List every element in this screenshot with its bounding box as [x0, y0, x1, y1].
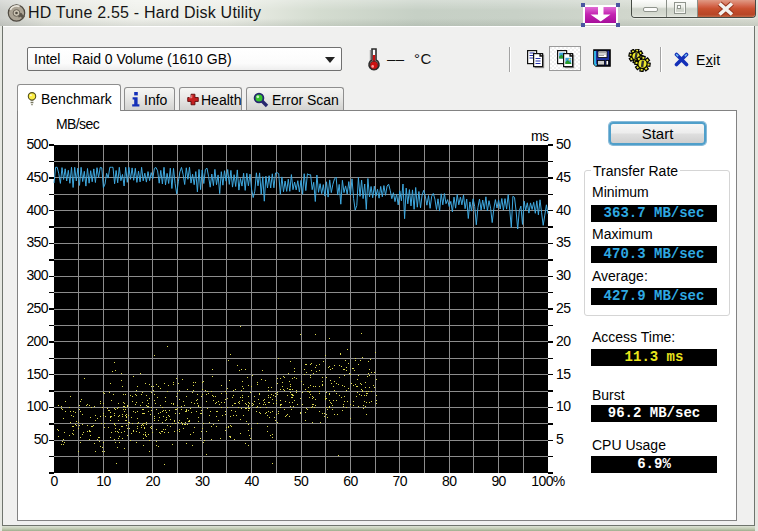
svg-text:200: 200	[26, 333, 48, 349]
svg-text:450: 450	[26, 169, 48, 185]
svg-text:90: 90	[491, 473, 506, 489]
svg-text:500: 500	[26, 136, 48, 152]
svg-text:20: 20	[556, 333, 571, 349]
svg-text:50: 50	[294, 473, 309, 489]
svg-text:350: 350	[26, 234, 48, 250]
svg-text:250: 250	[26, 300, 48, 316]
svg-text:60: 60	[343, 473, 358, 489]
svg-text:150: 150	[26, 366, 48, 382]
svg-text:10: 10	[556, 398, 571, 414]
svg-text:35: 35	[556, 234, 571, 250]
svg-text:40: 40	[556, 202, 571, 218]
svg-text:50: 50	[556, 136, 571, 152]
svg-text:40: 40	[244, 473, 259, 489]
svg-text:70: 70	[393, 473, 408, 489]
svg-text:30: 30	[195, 473, 210, 489]
svg-text:20: 20	[146, 473, 161, 489]
svg-text:5: 5	[556, 431, 564, 447]
svg-text:400: 400	[26, 202, 48, 218]
svg-text:45: 45	[556, 169, 571, 185]
svg-text:15: 15	[556, 366, 571, 382]
svg-text:100%: 100%	[531, 473, 565, 489]
svg-text:100: 100	[26, 398, 48, 414]
svg-text:80: 80	[442, 473, 457, 489]
svg-text:50: 50	[34, 431, 49, 447]
svg-text:MB/sec: MB/sec	[56, 116, 100, 132]
svg-text:10: 10	[96, 473, 111, 489]
svg-text:ms: ms	[531, 128, 549, 144]
svg-text:300: 300	[26, 267, 48, 283]
svg-text:25: 25	[556, 300, 571, 316]
svg-text:0: 0	[50, 473, 58, 489]
svg-text:30: 30	[556, 267, 571, 283]
